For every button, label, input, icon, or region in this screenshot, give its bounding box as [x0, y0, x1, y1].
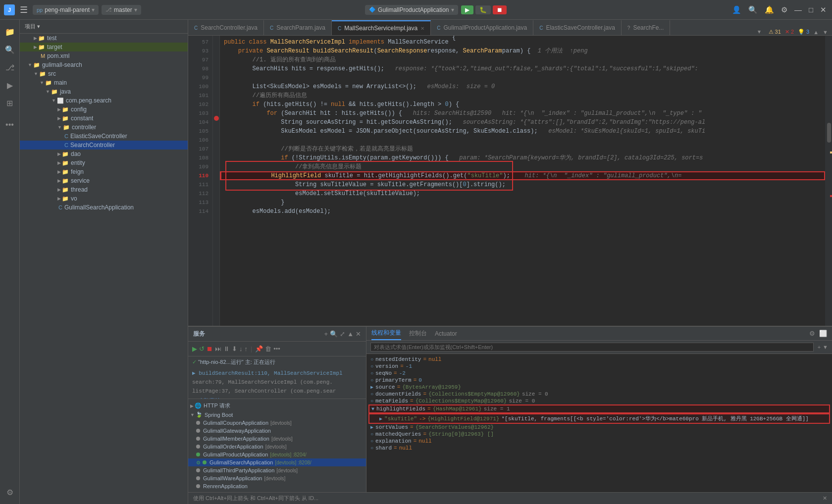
frame-2[interactable]: listPage:37, SearchController (com.peng.…: [188, 387, 366, 396]
sidebar-git-icon[interactable]: ⎇: [2, 59, 18, 75]
tab-elastic-save-controller[interactable]: C ElasticSaveController.java: [533, 20, 622, 35]
sidebar-files-icon[interactable]: 📁: [2, 24, 18, 40]
tree-item-test[interactable]: ▶ 📁 test: [20, 34, 188, 43]
code-editor[interactable]: public class MallSearchServiceImpl imple…: [220, 36, 825, 326]
var-highlightFields[interactable]: ▼ highlightFields = {HashMap@12961} size…: [368, 404, 830, 413]
tabs-overflow-menu[interactable]: ▾: [754, 28, 765, 35]
menu-icon[interactable]: ☰: [18, 2, 30, 17]
resume-icon[interactable]: ⏭: [215, 345, 221, 353]
svc-item-coupon[interactable]: GulimallCouponApplication [devtools]: [188, 419, 366, 427]
pin-icon[interactable]: 📌: [255, 345, 263, 353]
tab-search-controller[interactable]: C SearchController.java: [188, 20, 264, 35]
svc-item-http[interactable]: ▶ 🌐 HTTP 请求: [188, 401, 366, 410]
services-expand-icon[interactable]: ⤢: [340, 330, 345, 338]
var-sortValues[interactable]: ▶ sortValues = {SearchSortValues@12962}: [368, 424, 830, 431]
sidebar-more-icon[interactable]: •••: [2, 117, 18, 133]
tab-scroll-up[interactable]: ▲: [813, 29, 819, 35]
debug-expr-add-icon[interactable]: +: [818, 344, 821, 350]
tree-item-elastic-save-controller[interactable]: C ElasticSaveController: [20, 132, 188, 141]
svc-item-product[interactable]: GulimallProductApplication [devtools] :8…: [188, 451, 366, 458]
debug-settings-icon[interactable]: ⚙: [809, 330, 815, 337]
tree-item-service[interactable]: ▶ 📁 service: [20, 176, 188, 185]
stop-run-icon[interactable]: ⏹: [207, 345, 213, 353]
notifications-icon[interactable]: 🔔: [763, 4, 776, 16]
close-button[interactable]: ✕: [819, 4, 828, 16]
debug-expr-down-icon[interactable]: ▼: [823, 344, 828, 350]
scrollbar-thumb[interactable]: [827, 123, 831, 143]
tree-item-entity[interactable]: ▶ 📁 entity: [20, 158, 188, 167]
pause-run-icon[interactable]: ⏸: [223, 345, 230, 353]
tree-item-feign[interactable]: ▶ 📁 feign: [20, 167, 188, 176]
tree-item-target[interactable]: ▶ 📁 target: [20, 43, 188, 51]
sidebar-settings-bottom-icon[interactable]: ⚙: [2, 484, 18, 500]
stop-button[interactable]: ⏹: [493, 5, 507, 14]
tab-mall-search-service-impl[interactable]: C MallSearchServiceImpl.java ✕: [332, 20, 431, 35]
services-list: ▶ 🌐 HTTP 请求 ▼ 🍃 Spring Boot GulimallCoup…: [188, 399, 366, 492]
tab-scroll-down[interactable]: ▼: [823, 29, 828, 35]
step-into-icon[interactable]: ↓: [239, 345, 243, 353]
services-search-icon[interactable]: 🔍: [330, 330, 338, 338]
debug-panel-icon[interactable]: ⬜: [819, 330, 827, 337]
svc-item-renren[interactable]: RenrenApplication: [188, 482, 366, 490]
svc-item-gateway[interactable]: GulimallGatewayApplication: [188, 427, 366, 435]
rerun-icon[interactable]: ↺: [199, 345, 205, 353]
svc-item-springboot[interactable]: ▼ 🍃 Spring Boot: [188, 410, 366, 419]
clear-icon[interactable]: 🗑: [265, 345, 271, 353]
tree-item-thread[interactable]: ▶ 📁 thread: [20, 185, 188, 194]
branch-selector[interactable]: ⎇ master ▾: [102, 5, 141, 15]
debug-expr-input[interactable]: [370, 343, 814, 352]
breakpoint-indicator[interactable]: [214, 116, 219, 121]
sidebar-run-icon[interactable]: ▶: [2, 77, 18, 93]
run-icon[interactable]: ▶: [192, 345, 197, 353]
code-line-106: [220, 136, 825, 145]
tab-search-param[interactable]: C SearchParam.java: [264, 20, 332, 35]
services-up-icon[interactable]: ▲: [347, 330, 354, 338]
svc-item-search[interactable]: ⚙ GulimallSearchApplication [devtools] :…: [188, 458, 366, 466]
step-over-icon[interactable]: ⬇: [232, 345, 237, 353]
tree-item-src[interactable]: ▼ 📁 src: [20, 69, 188, 78]
svc-item-member[interactable]: GulimallMemberApplication [devtools]: [188, 435, 366, 443]
app-run-selector[interactable]: 🔷 GulimallProductApplication ▾: [365, 5, 458, 15]
tree-item-gulimall-search-application[interactable]: C GulimallSearchApplication: [20, 203, 188, 212]
maximize-button[interactable]: □: [807, 4, 815, 15]
tree-item-dao[interactable]: ▶ 📁 dao: [20, 150, 188, 158]
svc-item-order[interactable]: GulimallOrderApplication [devtools]: [188, 443, 366, 451]
frame-0[interactable]: ▶ buildSearchResult:110, MallSearchServi…: [188, 368, 366, 378]
tree-item-controller[interactable]: ▼ 📁 controller: [20, 123, 188, 132]
var-source[interactable]: ▶ source = {BytesArray@12959}: [368, 384, 830, 391]
tab-actuator[interactable]: Actuator: [435, 328, 457, 339]
tree-item-main[interactable]: ▼ 📁 main: [20, 78, 188, 87]
search-icon[interactable]: 🔍: [747, 4, 759, 16]
svc-item-thirdparty[interactable]: GulimallThirdPartyApplication [devtools]: [188, 466, 366, 474]
tab-gulimall-product-application[interactable]: C GulimallProductApplication.java: [431, 20, 533, 35]
project-selector[interactable]: pp peng-mall-parent ▾: [33, 5, 99, 15]
tree-item-constant[interactable]: ▶ 📁 constant: [20, 114, 188, 123]
tree-item-vo[interactable]: ▶ 📁 vo: [20, 194, 188, 203]
tree-item-search-controller[interactable]: C SearchController: [20, 141, 188, 150]
debug-button[interactable]: 🐛: [475, 5, 491, 14]
tree-item-config[interactable]: ▶ 📁 config: [20, 105, 188, 114]
tree-item-java[interactable]: ▼ 📁 java: [20, 87, 188, 96]
close-tab-mall-search-service-impl[interactable]: ✕: [420, 26, 424, 31]
var-skuTitle[interactable]: ▶ "skuTitle" -> {HighlightField@12971} *…: [368, 413, 830, 424]
tab-threads-vars[interactable]: 线程和变量: [371, 327, 401, 340]
minimize-button[interactable]: —: [793, 4, 803, 15]
step-out-icon[interactable]: ↑: [245, 345, 248, 353]
services-close-icon[interactable]: ✕: [356, 330, 361, 338]
svc-item-ware[interactable]: GulimallWareApplication [devtools]: [188, 474, 366, 482]
hint-close-icon[interactable]: ✕: [823, 495, 827, 502]
services-add-icon[interactable]: +: [324, 330, 328, 338]
sidebar-search-icon[interactable]: 🔍: [2, 42, 18, 57]
editor-scrollbar[interactable]: [825, 36, 832, 326]
tree-item-gulimall-search[interactable]: ▼ 📁 gulimall-search: [20, 60, 188, 69]
tree-item-pom[interactable]: M pom.xml: [20, 51, 188, 60]
run-button[interactable]: ▶: [461, 5, 473, 14]
frame-1[interactable]: search:79, MallSearchServiceImpl (com.pe…: [188, 378, 366, 387]
tab-search-fe[interactable]: ? SearchFe...: [622, 20, 671, 35]
sidebar-extensions-icon[interactable]: ⊞: [2, 95, 18, 111]
profile-icon[interactable]: 👤: [730, 4, 743, 16]
tab-console[interactable]: 控制台: [409, 327, 427, 340]
tree-item-package[interactable]: ▼ ⬜ com.peng.search: [20, 96, 188, 105]
more-run-icon[interactable]: •••: [273, 345, 280, 353]
settings-icon[interactable]: ⚙: [780, 4, 789, 16]
